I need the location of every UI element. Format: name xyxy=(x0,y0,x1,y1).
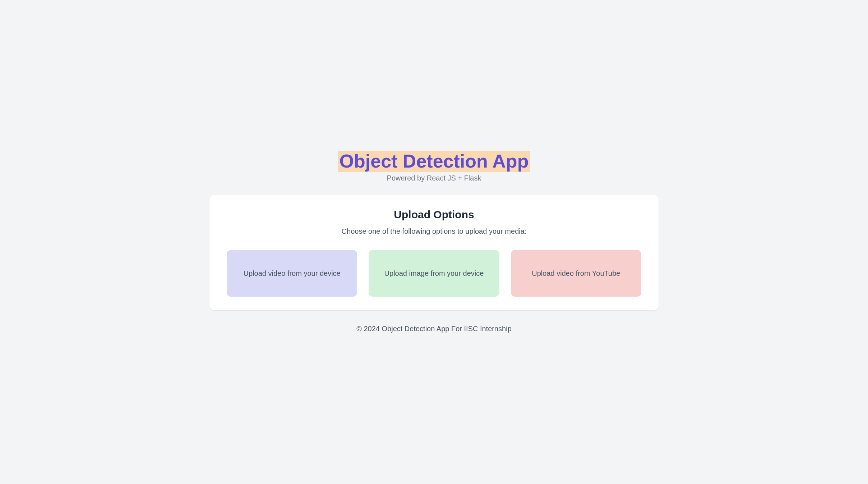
option-label: Upload image from your device xyxy=(384,268,484,278)
header: Object Detection App Powered by React JS… xyxy=(338,151,530,182)
option-label: Upload video from YouTube xyxy=(532,268,620,278)
main-container: Object Detection App Powered by React JS… xyxy=(209,151,659,333)
card-description: Choose one of the following options to u… xyxy=(227,227,641,236)
options-grid: Upload video from your device Upload ima… xyxy=(227,250,641,297)
app-subtitle: Powered by React JS + Flask xyxy=(338,174,530,182)
footer-text: © 2024 Object Detection App For IISC Int… xyxy=(356,325,512,333)
option-label: Upload video from your device xyxy=(244,268,341,278)
card-title: Upload Options xyxy=(227,209,641,221)
footer: © 2024 Object Detection App For IISC Int… xyxy=(356,325,512,333)
upload-video-youtube-button[interactable]: Upload video from YouTube xyxy=(511,250,641,297)
upload-card: Upload Options Choose one of the followi… xyxy=(209,195,659,310)
upload-image-device-button[interactable]: Upload image from your device xyxy=(369,250,499,297)
upload-video-device-button[interactable]: Upload video from your device xyxy=(227,250,357,297)
app-title: Object Detection App xyxy=(338,151,530,172)
